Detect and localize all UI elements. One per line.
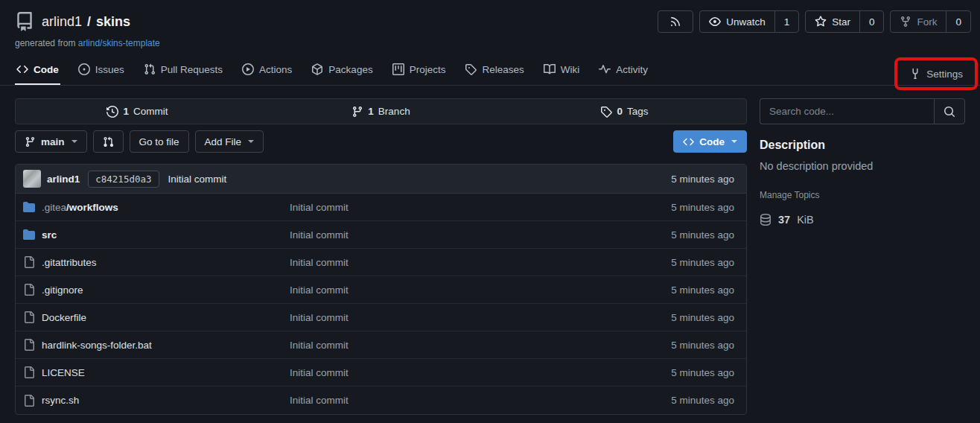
- go-to-file-label: Go to file: [139, 136, 179, 147]
- fork-count[interactable]: 0: [946, 11, 970, 32]
- file-icon: [23, 311, 35, 323]
- rss-button[interactable]: [658, 11, 693, 32]
- file-name: /workflows: [66, 202, 118, 213]
- search-input[interactable]: [760, 98, 934, 124]
- table-row: rsync.sh Initial commit 5 minutes ago: [16, 387, 746, 414]
- file-name-link[interactable]: hardlink-songs-folder.bat: [42, 340, 152, 351]
- compare-button[interactable]: [93, 130, 124, 153]
- avatar[interactable]: [23, 170, 41, 188]
- tab-pull-requests[interactable]: Pull Requests: [142, 63, 224, 85]
- fork-button[interactable]: Fork: [891, 11, 946, 32]
- file-name-link[interactable]: .gitea/workflows: [42, 202, 118, 213]
- commit-time: 5 minutes ago: [671, 174, 739, 185]
- tags-stat[interactable]: 0 Tags: [503, 99, 746, 124]
- code-download-button[interactable]: Code: [673, 130, 747, 153]
- file-commit-message[interactable]: Initial commit: [290, 202, 671, 213]
- tab-settings-label: Settings: [926, 69, 963, 80]
- search-button[interactable]: [934, 98, 965, 124]
- tab-settings[interactable]: Settings: [908, 68, 964, 80]
- tab-packages[interactable]: Packages: [310, 63, 374, 85]
- tab-pull-requests-label: Pull Requests: [161, 64, 223, 75]
- file-name-link[interactable]: src: [42, 229, 57, 241]
- pulse-icon: [599, 63, 611, 75]
- watch-count[interactable]: 1: [774, 11, 799, 32]
- tab-wiki[interactable]: Wiki: [542, 63, 582, 85]
- commit-message-link[interactable]: Initial commit: [168, 174, 227, 185]
- file-commit-message[interactable]: Initial commit: [290, 367, 671, 378]
- file-icon: [23, 339, 35, 351]
- file-commit-message[interactable]: Initial commit: [290, 257, 671, 268]
- template-link[interactable]: arlind/skins-template: [78, 38, 160, 48]
- code-search: [760, 98, 965, 124]
- project-board-icon: [392, 63, 404, 75]
- eye-icon: [709, 16, 721, 28]
- repo-owner-link[interactable]: arlind1: [42, 14, 82, 30]
- chevron-down-icon: [248, 140, 254, 143]
- file-time: 5 minutes ago: [671, 395, 739, 406]
- tab-projects-label: Projects: [410, 64, 446, 75]
- file-name-link[interactable]: Dockerfile: [42, 312, 86, 323]
- code-button-label: Code: [699, 136, 725, 147]
- tab-activity-label: Activity: [616, 64, 648, 75]
- file-name: hardlink-songs-folder.bat: [42, 340, 152, 351]
- tab-code[interactable]: Code: [15, 63, 60, 85]
- file-time: 5 minutes ago: [671, 312, 739, 323]
- history-icon: [106, 106, 118, 118]
- file-commit-message[interactable]: Initial commit: [290, 312, 671, 323]
- commits-stat[interactable]: 1 Commit: [16, 99, 259, 124]
- file-name-link[interactable]: LICENSE: [42, 367, 85, 378]
- file-name: rsync.sh: [42, 395, 79, 406]
- tab-issues[interactable]: Issues: [77, 63, 126, 85]
- branch-selector[interactable]: main: [15, 130, 87, 153]
- file-table: arlind1 c84215d0a3 Initial commit 5 minu…: [15, 164, 747, 415]
- add-file-button[interactable]: Add File: [195, 130, 264, 153]
- unwatch-button[interactable]: Unwatch: [700, 11, 774, 32]
- file-name-link[interactable]: rsync.sh: [42, 395, 79, 406]
- table-row: src Initial commit 5 minutes ago: [16, 221, 746, 249]
- book-icon: [544, 63, 556, 75]
- tab-actions[interactable]: Actions: [241, 63, 293, 85]
- branch-count: 1: [368, 106, 374, 117]
- repo-size: 37 KiB: [760, 214, 965, 226]
- go-to-file-button[interactable]: Go to file: [130, 130, 189, 153]
- branches-stat[interactable]: 1 Branch: [259, 99, 503, 124]
- tab-releases[interactable]: Releases: [463, 63, 525, 85]
- latest-commit-row: arlind1 c84215d0a3 Initial commit 5 minu…: [16, 165, 746, 194]
- tab-wiki-label: Wiki: [561, 64, 580, 75]
- file-commit-message[interactable]: Initial commit: [290, 340, 671, 351]
- tab-packages-label: Packages: [328, 64, 372, 75]
- file-icon: [23, 284, 35, 296]
- branch-icon: [351, 106, 363, 118]
- commit-author-link[interactable]: arlind1: [47, 174, 80, 185]
- code-icon: [16, 63, 28, 75]
- star-button[interactable]: Star: [806, 11, 859, 32]
- repo-size-value: 37: [778, 214, 790, 226]
- tab-activity[interactable]: Activity: [597, 63, 649, 85]
- star-icon: [815, 16, 827, 28]
- file-name-link[interactable]: .gitignore: [42, 284, 83, 296]
- folder-icon: [23, 229, 35, 241]
- play-circle-icon: [242, 63, 254, 75]
- table-row: .gitattributes Initial commit 5 minutes …: [16, 249, 746, 276]
- repo-name-link[interactable]: skins: [96, 14, 130, 30]
- file-time: 5 minutes ago: [671, 229, 739, 241]
- file-commit-message[interactable]: Initial commit: [290, 284, 671, 296]
- file-name: .gitattributes: [42, 257, 97, 268]
- annotation-highlight-box: Settings: [894, 57, 978, 90]
- chevron-down-icon: [71, 140, 77, 143]
- file-name-link[interactable]: .gitattributes: [42, 257, 97, 268]
- file-commit-message[interactable]: Initial commit: [290, 229, 671, 241]
- repo-icon: [15, 12, 34, 31]
- branch-icon: [25, 136, 36, 147]
- tab-releases-label: Releases: [482, 64, 524, 75]
- manage-topics-link[interactable]: Manage Topics: [760, 190, 820, 200]
- table-row: hardlink-songs-folder.bat Initial commit…: [16, 331, 746, 359]
- star-count[interactable]: 0: [859, 11, 884, 32]
- file-commit-message[interactable]: Initial commit: [290, 395, 671, 406]
- commit-hash-link[interactable]: c84215d0a3: [88, 171, 159, 188]
- file-icon: [23, 256, 35, 268]
- rss-button-group: [658, 10, 693, 33]
- table-row: Dockerfile Initial commit 5 minutes ago: [16, 304, 746, 331]
- tab-projects[interactable]: Projects: [391, 63, 448, 85]
- generated-from-label: generated from: [15, 38, 75, 48]
